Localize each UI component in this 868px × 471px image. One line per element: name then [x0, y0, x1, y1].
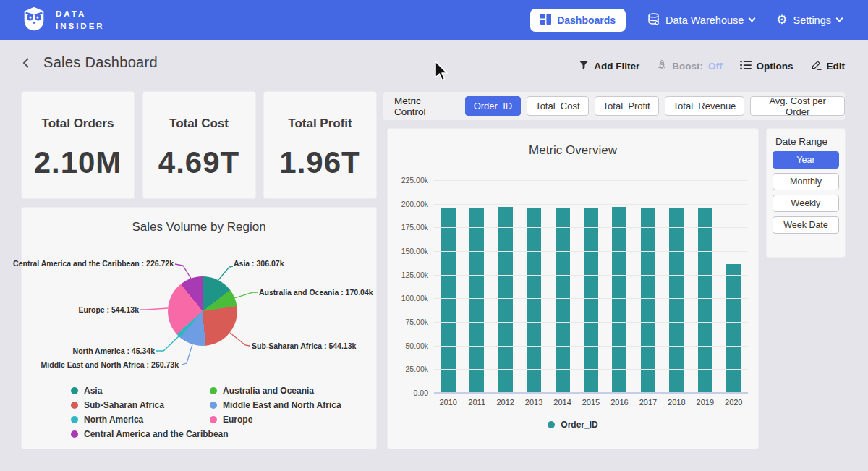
legend-label: Order_ID	[561, 420, 597, 430]
dashboard-grid-icon	[540, 14, 551, 27]
date-range-option-week-date[interactable]: Week Date	[773, 216, 839, 234]
bar-2020[interactable]	[726, 264, 741, 393]
y-tick-label: 50.00k	[405, 341, 428, 350]
header-toolbar: Add Filter Boost: Off Options	[579, 59, 845, 72]
kpi-card-0: Total Orders2.10M	[22, 92, 134, 198]
bar-chart-legend: Order_ID	[388, 420, 758, 430]
gridline	[434, 322, 748, 323]
add-filter-button[interactable]: Add Filter	[579, 60, 639, 72]
x-tick-label: 2018	[663, 398, 691, 407]
bar-2019[interactable]	[698, 208, 712, 393]
bar-2016[interactable]	[612, 207, 626, 393]
y-tick-label: 100.00k	[401, 294, 428, 302]
rocket-icon	[657, 59, 667, 72]
pie-label-central-america-caribbean: Central America and the Caribbean : 226.…	[13, 259, 174, 268]
y-tick-label: 225.00k	[401, 176, 428, 184]
pie-legend-item-middle-east-and-north-africa[interactable]: Middle East and North Africa	[210, 400, 341, 410]
date-range-option-weekly[interactable]: Weekly	[773, 195, 839, 212]
bar-chart-title: Metric Overview	[388, 143, 758, 158]
nav-settings[interactable]: ⚙ Settings	[776, 14, 842, 26]
metric-option-order-id[interactable]: Order_ID	[465, 96, 521, 116]
nav-data-warehouse[interactable]: Data Warehouse	[647, 13, 754, 27]
bar-chart-plot: 225.00k200.00k175.00k150.00k125.00k100.0…	[434, 180, 748, 393]
x-tick-label: 2010	[434, 398, 462, 407]
y-tick-label: 200.00k	[401, 200, 428, 208]
gridline	[434, 392, 748, 394]
kpi-value: 4.69T	[158, 145, 239, 180]
metric-option-total-revenue[interactable]: Total_Revenue	[665, 96, 745, 116]
bar-chart-x-axis: 2010201120122013201420152016201720182019…	[434, 398, 748, 407]
edit-button[interactable]: Edit	[811, 59, 846, 72]
metric-option-total-profit[interactable]: Total_Profit	[595, 96, 659, 116]
gridline	[434, 227, 748, 228]
gear-icon: ⚙	[776, 14, 787, 26]
x-tick-label: 2017	[634, 398, 662, 407]
legend-label: Sub-Saharan Africa	[84, 400, 164, 410]
funnel-icon	[579, 60, 589, 72]
metric-option-avg-cost-per-order[interactable]: Avg. Cost per Order	[750, 96, 845, 116]
back-button[interactable]	[20, 56, 32, 69]
bar-2011[interactable]	[469, 208, 484, 393]
gridline	[434, 251, 748, 252]
legend-label: Central America and the Caribbean	[84, 429, 229, 439]
bar-2015[interactable]	[584, 208, 598, 393]
legend-dot-icon	[210, 402, 217, 409]
page-title: Sales Dashboard	[43, 54, 158, 71]
legend-label: Australia and Oceania	[223, 386, 314, 396]
x-tick-label: 2015	[576, 398, 605, 407]
pie-legend-column-1: AsiaSub-Saharan AfricaNorth AmericaCentr…	[71, 386, 229, 439]
owl-logo-icon	[20, 5, 48, 35]
metric-option-total-cost[interactable]: Total_Cost	[527, 96, 588, 116]
list-icon	[740, 60, 752, 72]
bar-2012[interactable]	[498, 207, 513, 393]
date-range-option-year[interactable]: Year	[773, 151, 839, 169]
bar-2010[interactable]	[441, 208, 456, 393]
gridline	[434, 275, 748, 276]
pie-legend-item-north-america[interactable]: North America	[71, 415, 229, 425]
kpi-card-2: Total Profit1.96T	[264, 92, 376, 198]
kpi-row: Total Orders2.10MTotal Cost4.69TTotal Pr…	[22, 92, 376, 198]
y-tick-label: 150.00k	[401, 247, 428, 255]
bar-2014[interactable]	[556, 208, 570, 393]
chevron-down-icon	[836, 15, 843, 22]
bar-2018[interactable]	[669, 208, 684, 393]
x-tick-label: 2016	[605, 398, 634, 407]
brand-text: DATA INSIDER	[56, 8, 105, 32]
chevron-down-icon	[749, 15, 756, 22]
options-button[interactable]: Options	[740, 60, 793, 72]
bar-2017[interactable]	[641, 208, 655, 393]
pie-legend-item-sub-saharan-africa[interactable]: Sub-Saharan Africa	[71, 400, 229, 410]
gridline	[434, 369, 748, 370]
metric-control-label: Metric Control	[394, 96, 454, 117]
pie-legend-item-australia-and-oceania[interactable]: Australia and Oceania	[210, 386, 341, 396]
pie-chart[interactable]	[168, 276, 237, 346]
brand-logo[interactable]: DATA INSIDER	[0, 5, 105, 35]
kpi-card-1: Total Cost4.69T	[143, 92, 255, 198]
pie-legend-item-europe[interactable]: Europe	[210, 415, 341, 425]
pie-legend-item-asia[interactable]: Asia	[71, 386, 229, 396]
metric-overview-chart-card: Metric Overview 225.00k200.00k175.00k150…	[388, 129, 758, 449]
metric-control-strip: Metric Control Order_IDTotal_CostTotal_P…	[383, 92, 845, 120]
pie-legend-column-2: Australia and OceaniaMiddle East and Nor…	[210, 386, 341, 425]
boost-toggle[interactable]: Boost: Off	[657, 59, 722, 72]
x-tick-label: 2020	[720, 398, 748, 407]
legend-dot-icon	[71, 430, 78, 438]
date-range-panel: Date Range YearMonthlyWeeklyWeek Date	[767, 129, 845, 257]
bar-2013[interactable]	[527, 208, 541, 393]
pie-chart-title: Sales Volume by Region	[22, 220, 376, 234]
y-tick-label: 25.00k	[405, 365, 428, 373]
y-tick-label: 0.00	[414, 389, 428, 397]
legend-label: Middle East and North Africa	[223, 400, 341, 410]
date-range-option-monthly[interactable]: Monthly	[773, 173, 839, 190]
legend-dot-icon	[210, 387, 217, 394]
pie-label-europe: Europe : 544.13k	[79, 305, 139, 314]
boost-label: Boost:	[672, 61, 703, 72]
legend-dot-icon	[71, 387, 78, 394]
gridline	[434, 180, 748, 181]
pie-legend-item-central-america-and-the-caribbean[interactable]: Central America and the Caribbean	[71, 429, 229, 439]
pencil-icon	[811, 59, 822, 72]
legend-dot-icon	[71, 402, 78, 409]
legend-dot-icon	[71, 416, 78, 423]
pie-label-australia-oceania: Australia and Oceania : 170.04k	[259, 288, 373, 297]
nav-dashboards-button[interactable]: Dashboards	[530, 9, 626, 32]
